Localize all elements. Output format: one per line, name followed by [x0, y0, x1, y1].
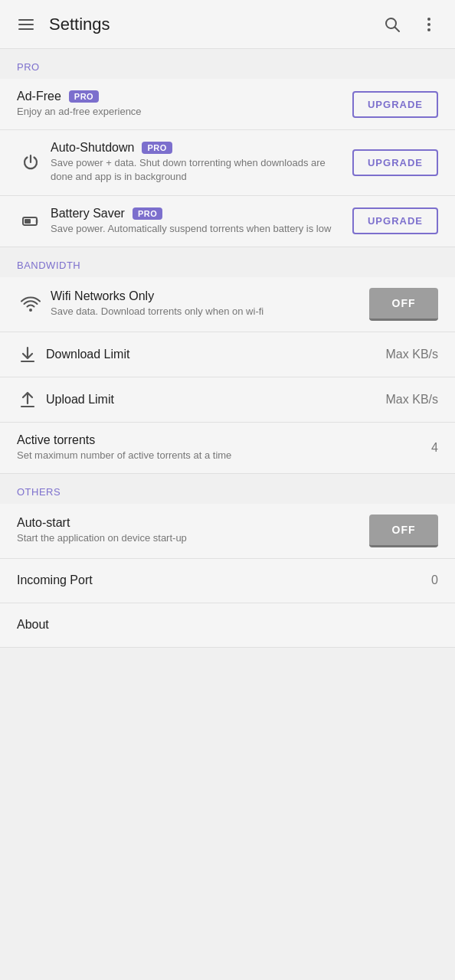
- auto-start-content: Auto-start Start the application on devi…: [17, 516, 360, 545]
- auto-start-subtitle: Start the application on device start-up: [17, 531, 360, 545]
- about-row[interactable]: About: [0, 603, 455, 648]
- svg-point-10: [29, 309, 32, 312]
- svg-point-5: [427, 18, 430, 21]
- auto-shutdown-subtitle: Save power + data. Shut down torrenting …: [51, 156, 343, 184]
- active-torrents-subtitle: Set maximum number of active torrents at…: [17, 449, 422, 462]
- incoming-port-title: Incoming Port: [17, 573, 93, 587]
- active-torrents-title: Active torrents: [17, 433, 95, 447]
- more-options-icon: [420, 15, 438, 34]
- wifi-only-subtitle: Save data. Download torrents only when o…: [51, 305, 360, 318]
- auto-shutdown-title: Auto-Shutdown: [51, 141, 134, 155]
- bandwidth-section-label: BANDWIDTH: [0, 247, 455, 277]
- ad-free-title: Ad-Free: [17, 90, 61, 103]
- battery-saver-content: Battery Saver PRO Save power. Automatica…: [51, 207, 343, 236]
- battery-saver-title: Battery Saver: [51, 207, 125, 220]
- svg-point-7: [427, 28, 430, 31]
- ad-free-row[interactable]: Ad-Free PRO Enjoy an ad-free experience …: [0, 79, 455, 130]
- others-section-label: OTHERS: [0, 474, 455, 504]
- toolbar-actions: [375, 8, 446, 41]
- auto-shutdown-upgrade-button[interactable]: UPGRADE: [352, 149, 438, 176]
- battery-saver-upgrade-button[interactable]: UPGRADE: [352, 207, 438, 234]
- download-limit-value: Max KB/s: [386, 348, 438, 361]
- search-icon: [383, 15, 401, 34]
- download-limit-row[interactable]: Download Limit Max KB/s: [0, 332, 455, 377]
- toolbar: Settings: [0, 0, 455, 49]
- auto-shutdown-pro-badge: PRO: [142, 142, 172, 154]
- incoming-port-row[interactable]: Incoming Port 0: [0, 559, 455, 603]
- wifi-only-toggle[interactable]: OFF: [369, 288, 438, 321]
- wifi-only-title: Wifi Networks Only: [51, 289, 154, 303]
- upload-limit-title: Upload Limit: [46, 393, 114, 407]
- svg-rect-9: [25, 219, 31, 224]
- pro-section-label: PRO: [0, 49, 455, 79]
- upload-limit-row[interactable]: Upload Limit Max KB/s: [0, 377, 455, 423]
- upload-icon: [17, 391, 38, 408]
- download-limit-title: Download Limit: [46, 348, 129, 361]
- about-title: About: [17, 618, 49, 632]
- search-button[interactable]: [375, 8, 409, 41]
- auto-start-row[interactable]: Auto-start Start the application on devi…: [0, 504, 455, 559]
- wifi-icon: [17, 296, 44, 312]
- active-torrents-value: 4: [431, 441, 438, 455]
- auto-start-toggle[interactable]: OFF: [369, 514, 438, 547]
- power-icon: [17, 153, 44, 172]
- auto-shutdown-row[interactable]: Auto-Shutdown PRO Save power + data. Shu…: [0, 130, 455, 195]
- battery-saver-row[interactable]: Battery Saver PRO Save power. Automatica…: [0, 196, 455, 247]
- upload-limit-value: Max KB/s: [386, 393, 438, 407]
- auto-start-title: Auto-start: [17, 516, 70, 530]
- wifi-only-row[interactable]: Wifi Networks Only Save data. Download t…: [0, 277, 455, 332]
- active-torrents-row[interactable]: Active torrents Set maximum number of ac…: [0, 423, 455, 474]
- battery-saver-subtitle: Save power. Automatically suspend torren…: [51, 222, 343, 236]
- svg-point-6: [427, 23, 430, 26]
- wifi-only-content: Wifi Networks Only Save data. Download t…: [51, 289, 360, 318]
- menu-button[interactable]: [9, 8, 43, 41]
- battery-icon: [17, 212, 44, 230]
- menu-icon: [17, 15, 35, 34]
- ad-free-subtitle: Enjoy an ad-free experience: [17, 105, 343, 119]
- more-options-button[interactable]: [412, 8, 446, 41]
- ad-free-pro-badge: PRO: [69, 90, 99, 103]
- page-title: Settings: [49, 15, 375, 34]
- active-torrents-content: Active torrents Set maximum number of ac…: [17, 433, 422, 462]
- ad-free-upgrade-button[interactable]: UPGRADE: [352, 91, 438, 118]
- download-icon: [17, 346, 38, 363]
- battery-saver-pro-badge: PRO: [133, 207, 162, 220]
- settings-content: PRO Ad-Free PRO Enjoy an ad-free experie…: [0, 49, 455, 648]
- auto-shutdown-content: Auto-Shutdown PRO Save power + data. Shu…: [51, 141, 343, 184]
- ad-free-content: Ad-Free PRO Enjoy an ad-free experience: [17, 90, 343, 119]
- svg-line-4: [395, 27, 400, 31]
- incoming-port-value: 0: [431, 573, 438, 587]
